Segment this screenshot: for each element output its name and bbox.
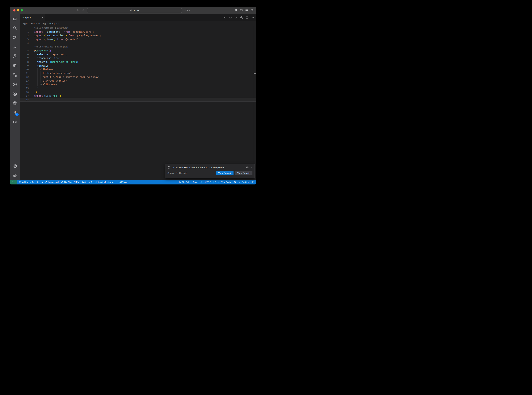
status-item-formatter[interactable]: Prettier [237, 180, 250, 184]
breadcrumb-item-src[interactable]: src [38, 22, 40, 25]
line-number[interactable]: 13 [20, 79, 29, 82]
breadcrumb-item-demo[interactable]: demo [30, 22, 35, 25]
sidebar-item-graph-search[interactable] [10, 89, 20, 99]
code-line[interactable]: 14 ></lib-hero> [20, 82, 256, 86]
breadcrumb-item-app.ts[interactable]: TSapp.ts [49, 22, 57, 25]
more-icon[interactable] [251, 16, 254, 19]
sidebar-item-extensions[interactable] [10, 61, 20, 70]
beaker-icon [13, 54, 17, 58]
layout-customize-icon[interactable] [234, 9, 237, 12]
status-item-branch[interactable]: add-hero [18, 180, 35, 184]
code-line[interactable]: 11 title="Welcmoe demo" [20, 71, 256, 75]
status-item-cursor-position[interactable]: Ln 18, Col 1 [178, 180, 192, 184]
code-line[interactable]: 15 `, [20, 86, 256, 90]
graph-circle-icon[interactable] [240, 16, 243, 19]
line-number[interactable]: 10 [20, 68, 29, 71]
code-editor[interactable]: You, 26 minutes ago | 1 author (You)1imp… [20, 26, 256, 180]
status-item-compare-changes[interactable] [35, 180, 40, 184]
sidebar-item-run-debug[interactable] [10, 42, 20, 51]
command-center-search[interactable]: acme [87, 8, 182, 13]
status-bar: add-heroLaunchpadNx Cloud AI Fix00Auto A… [10, 180, 256, 184]
line-number[interactable]: 4 [20, 42, 29, 44]
sidebar-item-containers[interactable] [10, 117, 20, 126]
line-number[interactable]: 3 [20, 38, 29, 40]
sidebar-item-edge-tools[interactable] [10, 99, 20, 108]
code-line[interactable]: 10 <lib-hero [20, 68, 256, 71]
copilot-icon[interactable] [185, 9, 188, 12]
sidebar-item-testing[interactable] [10, 51, 20, 61]
status-item-encoding[interactable]: UTF-8 [204, 180, 212, 184]
nav-back-circle-icon[interactable] [223, 16, 226, 19]
breadcrumb-item-…[interactable]: … [60, 22, 62, 25]
tab-app-ts[interactable]: TS app.ts [20, 14, 45, 21]
line-number[interactable]: 7 [20, 57, 29, 60]
remote-indicator[interactable] [10, 180, 17, 184]
line-number[interactable]: 15 [20, 87, 29, 89]
line-number[interactable]: 9 [20, 64, 29, 67]
line-number[interactable]: 18 [20, 98, 29, 101]
line-number[interactable]: 5 [20, 49, 29, 52]
code-line[interactable]: 8 imports: [RouterOutlet, Hero], [20, 60, 256, 64]
minimize-window-button[interactable] [17, 9, 19, 11]
editor-scrollbar[interactable] [253, 26, 256, 180]
status-item-auto-attach[interactable]: Auto Attach: Always [94, 180, 116, 184]
code-line[interactable]: 6 selector: 'app-root', [20, 53, 256, 56]
layout-sidebar-right-icon[interactable] [251, 9, 253, 12]
line-number[interactable]: 6 [20, 53, 29, 56]
sidebar-item-explorer[interactable] [10, 14, 20, 23]
status-item-indentation[interactable]: Spaces: 2 [192, 180, 204, 184]
line-number[interactable]: 12 [20, 76, 29, 78]
history-back-icon[interactable] [76, 9, 79, 12]
sidebar-item-source-control[interactable] [10, 33, 20, 42]
breadcrumb-item-apps[interactable]: apps [23, 22, 28, 25]
sidebar-item-settings[interactable] [10, 170, 20, 180]
close-window-button[interactable] [13, 9, 16, 11]
compare-circle-icon[interactable] [229, 16, 232, 19]
code-line[interactable]: 13 cta="Get Started" [20, 79, 256, 83]
status-item-copilot[interactable] [232, 180, 237, 184]
line-number[interactable]: 8 [20, 61, 29, 63]
status-item-notifications[interactable] [250, 180, 255, 184]
status-item-nx-cloud-ai-fix[interactable]: Nx Cloud AI Fix [60, 180, 80, 184]
nav-forward-circle-icon[interactable] [235, 16, 237, 19]
notification-close-icon[interactable] [250, 166, 253, 169]
code-line[interactable]: 1import { Component } from '@angular/cor… [20, 30, 256, 34]
view-results-button[interactable]: View Results [235, 171, 253, 175]
line-number[interactable]: 11 [20, 72, 29, 75]
code-line[interactable]: 16}) [20, 90, 256, 94]
code-line[interactable]: 18 [20, 98, 256, 102]
layout-panel-icon[interactable] [245, 9, 248, 12]
code-line[interactable]: 12 subtitle="Build something amazing tod… [20, 75, 256, 79]
status-item-language[interactable]: { }TypeScript [217, 180, 232, 184]
sidebar-item-nx-console[interactable] [10, 80, 20, 89]
line-number[interactable]: 16 [20, 91, 29, 93]
line-number[interactable]: 17 [20, 95, 29, 97]
zoom-window-button[interactable] [21, 9, 23, 11]
sidebar-item-nx[interactable]: N›2 [10, 108, 20, 117]
line-number[interactable]: 2 [20, 34, 29, 37]
sidebar-item-accounts[interactable] [10, 161, 20, 170]
notification-settings-icon[interactable] [246, 166, 249, 169]
code-line[interactable]: 3import { Hero } from '@acme/ui'; [20, 37, 256, 41]
breadcrumb-item-app[interactable]: app [43, 22, 46, 25]
code-line[interactable]: 9 template: ` [20, 64, 256, 68]
view-commit-button[interactable]: View Commit [216, 171, 233, 175]
code-line[interactable]: 5@Component({ [20, 49, 256, 53]
close-tab-icon[interactable] [41, 17, 43, 19]
code-line[interactable]: 2import { RouterOutlet } from '@angular/… [20, 33, 256, 37]
line-number[interactable]: 1 [20, 30, 29, 33]
status-item-vim-mode[interactable]: -- NORMAL -- [116, 180, 131, 184]
split-editor-icon[interactable] [246, 16, 249, 19]
chevron-down-icon[interactable] [188, 9, 191, 11]
code-line[interactable]: 7 standalone: true, [20, 56, 256, 60]
sidebar-item-search[interactable] [10, 23, 20, 33]
status-item-eol[interactable]: LF [212, 180, 217, 184]
code-line[interactable]: 17export class App {} [20, 94, 256, 98]
history-forward-icon[interactable] [82, 9, 85, 12]
layout-sidebar-icon[interactable] [240, 9, 243, 12]
status-item-problems[interactable]: 00 [80, 180, 94, 184]
line-number[interactable]: 14 [20, 83, 29, 86]
code-line[interactable]: 4 [20, 41, 256, 45]
status-item-launchpad[interactable]: Launchpad [40, 180, 60, 184]
sidebar-item-project-graph[interactable] [10, 70, 20, 80]
